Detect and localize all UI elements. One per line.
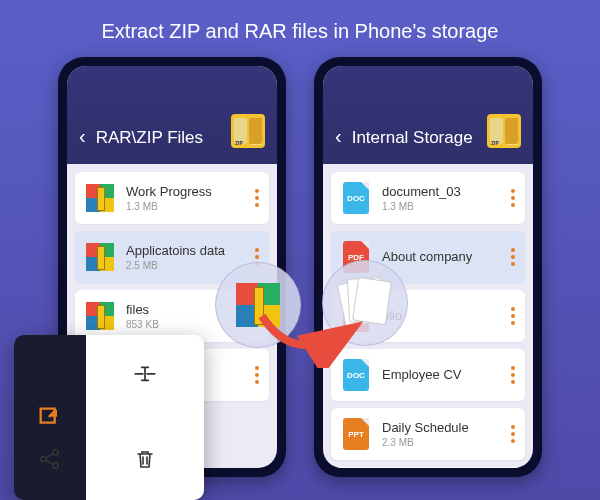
more-icon[interactable]	[511, 248, 515, 266]
headline: Extract ZIP and RAR files in Phone's sto…	[0, 0, 600, 57]
file-name: Employee CV	[382, 367, 511, 382]
file-size: 1.3 MB	[126, 201, 255, 212]
more-icon[interactable]	[511, 425, 515, 443]
more-icon[interactable]	[511, 307, 515, 325]
more-icon[interactable]	[511, 189, 515, 207]
zip-rar-app-icon: ZIPRAR	[231, 114, 265, 148]
more-icon[interactable]	[255, 189, 259, 207]
file-name: Daily Schedule	[382, 420, 511, 435]
file-name: document_03	[382, 184, 511, 199]
list-item[interactable]: DOC document_031.3 MB	[331, 172, 525, 224]
delete-button[interactable]	[86, 418, 204, 500]
file-name: About company	[382, 249, 511, 264]
doc-file-icon: DOC	[343, 182, 369, 214]
file-size: 1.3 MB	[382, 201, 511, 212]
rar-archive-icon	[86, 184, 114, 212]
header-left: ‹ RAR\ZIP Files ZIPRAR	[67, 66, 277, 164]
ppt-file-icon: PPT	[343, 418, 369, 450]
back-icon[interactable]: ‹	[79, 125, 86, 148]
arrow-icon	[254, 308, 364, 368]
file-name: Work Progress	[126, 184, 255, 199]
more-icon[interactable]	[511, 366, 515, 384]
rename-icon	[132, 363, 158, 389]
list-item[interactable]: PPT Daily Schedule2.3 MB	[331, 408, 525, 460]
header-right: ‹ Internal Storage ZIPRAR	[323, 66, 533, 164]
page-title: Internal Storage	[352, 128, 487, 148]
share-button[interactable]	[14, 418, 86, 500]
trash-icon	[133, 447, 157, 471]
rar-archive-icon	[86, 243, 114, 271]
page-title: RAR\ZIP Files	[96, 128, 231, 148]
file-name: Applicatoins data	[126, 243, 255, 258]
back-icon[interactable]: ‹	[335, 125, 342, 148]
list-item[interactable]: XLS Salary distribution2.5 MB	[331, 467, 525, 468]
list-item[interactable]: Work Progress1.3 MB	[75, 172, 269, 224]
file-size: 2.3 MB	[382, 437, 511, 448]
rename-button[interactable]	[86, 335, 204, 418]
rar-archive-icon	[86, 302, 114, 330]
more-icon[interactable]	[255, 366, 259, 384]
share-icon	[37, 446, 63, 472]
zip-rar-app-icon: ZIPRAR	[487, 114, 521, 148]
